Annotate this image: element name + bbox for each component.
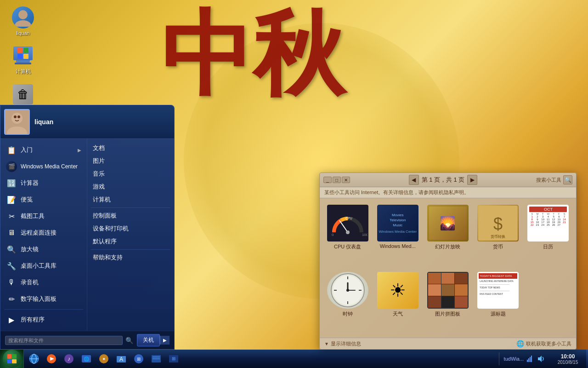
clock-time: 10:00 — [561, 353, 575, 360]
gadget-clock[interactable]: 时钟 — [324, 270, 371, 334]
computer-label: 计算机 — [16, 68, 31, 75]
slideshow-label: 幻灯片放映 — [435, 243, 460, 250]
gadgets-page-info: 第 1 页，共 1 页 — [422, 176, 465, 184]
clock-area[interactable]: 10:00 2010/8/15 — [549, 353, 586, 365]
menu-item-magnifier[interactable]: 🔍 放大镜 — [0, 241, 87, 258]
shutdown-area: 关机 ▶ — [137, 334, 170, 346]
wmc-label: Windows Med... — [380, 243, 416, 249]
taskbar-icon-4[interactable]: 🌐 — [78, 351, 95, 367]
gadgets-search-button[interactable]: 🔍 — [563, 175, 572, 184]
svg-point-24 — [346, 289, 349, 292]
menu-item-help[interactable]: 帮助和支持 — [87, 251, 174, 264]
menu-item-allprograms[interactable]: ▶ 所有程序 — [0, 311, 87, 328]
gadgets-get-more[interactable]: 🌐 联机获取更多小工具 — [516, 340, 571, 347]
windows-logo-icon — [17, 48, 28, 59]
maximize-button[interactable]: □ — [333, 177, 341, 183]
taskbar-media-icon[interactable] — [43, 351, 60, 367]
svg-point-9 — [346, 230, 350, 234]
taskbar-icon-8[interactable] — [148, 351, 164, 367]
gadgets-nav: ◀ 第 1 页，共 1 页 ▶ — [350, 175, 536, 185]
gadgets-footer: ▼ 显示详细信息 🌐 联机获取更多小工具 — [320, 338, 576, 349]
svg-text:0: 0 — [332, 233, 334, 237]
svg-rect-46 — [528, 358, 529, 362]
menu-item-devices[interactable]: 设备和打印机 — [87, 222, 174, 235]
gadget-cpu[interactable]: 0 100 CPU CPU 仪表盘 — [324, 203, 371, 266]
gadgets-grid: 0 100 CPU CPU 仪表盘 Movies Television Musi… — [320, 198, 576, 338]
gadgets-icon: 🔧 — [6, 260, 17, 271]
start-menu-avatar[interactable] — [4, 109, 30, 135]
menu-item-calculator[interactable]: 🔢 计算器 — [0, 175, 87, 191]
chevron-down-icon: ▼ — [324, 341, 329, 346]
menu-item-snip[interactable]: ✂ 截图工具 — [0, 208, 87, 224]
gadgets-info-bar: 某些小工具访问 Internet。有关详细信息，请参阅联机隐私声明。 — [320, 187, 576, 198]
menu-item-wmc[interactable]: 🎬 Windows Media Center — [0, 158, 87, 175]
notepad-icon: 📝 — [6, 194, 17, 205]
menu-item-documents[interactable]: 文档 — [87, 142, 174, 155]
menu-item-notepad[interactable]: 📝 便笺 — [0, 191, 87, 208]
start-menu-left: 📋 入门 ▶ 🎬 Windows Media Center 🔢 计算器 📝 便笺 — [0, 139, 87, 331]
menu-item-control[interactable]: 控制面板 — [87, 209, 174, 222]
taskbar-items: ♪ 🌐 ✦ A — [24, 351, 498, 367]
system-tray: tudWia... — [500, 354, 549, 363]
start-menu-header: liquan — [0, 105, 174, 139]
svg-marker-49 — [538, 356, 542, 362]
menu-item-music[interactable]: 音乐 — [87, 167, 174, 180]
gadgets-search-label: 搜索小工具 — [536, 177, 561, 184]
gadget-calendar[interactable]: OCT S M T W T F S 1 2 3 4 — [525, 203, 571, 266]
svg-text:🌐: 🌐 — [84, 356, 90, 362]
svg-text:100: 100 — [362, 233, 368, 237]
tablet-icon: ✏ — [6, 293, 17, 305]
tray-network-icon[interactable] — [526, 354, 535, 363]
globe-icon: 🌐 — [516, 340, 524, 347]
gadgets-show-details[interactable]: ▼ 显示详细信息 — [324, 340, 361, 347]
magnifier-icon: 🔍 — [6, 244, 17, 255]
next-page-button[interactable]: ▶ — [467, 175, 477, 185]
menu-item-games[interactable]: 游戏 — [87, 180, 174, 193]
menu-item-rdp[interactable]: 🖥 远程桌面连接 — [0, 224, 87, 241]
menu-item-tablet[interactable]: ✏ 数字输入面板 — [0, 291, 87, 307]
menu-item-defaults[interactable]: 默认程序 — [87, 235, 174, 248]
svg-text:✦: ✦ — [102, 356, 106, 362]
shutdown-button[interactable]: 关机 — [137, 334, 160, 346]
menu-item-recorder[interactable]: 🎙 录音机 — [0, 274, 87, 291]
minimize-button[interactable]: _ — [323, 177, 332, 183]
desktop-icon-computer[interactable]: 计算机 — [5, 42, 41, 77]
close-button[interactable]: ✕ — [342, 177, 350, 183]
desktop-icon-user[interactable]: liquan — [5, 5, 41, 38]
gadget-headlines[interactable]: TODAY'S BIGGEST DATA LAUNCHING ANYWHERE … — [475, 270, 521, 334]
taskbar-divider — [499, 352, 499, 365]
computer-icon — [12, 44, 34, 66]
taskbar-icon-5[interactable]: ✦ — [96, 351, 112, 367]
start-menu-bottom: 🔍 关机 ▶ — [0, 331, 174, 349]
start-button[interactable] — [0, 350, 24, 368]
right-separator-2 — [91, 249, 170, 250]
clock-date: 2010/8/15 — [558, 360, 578, 365]
gadget-slideshow[interactable]: 🌄 幻灯片放映 — [424, 203, 471, 266]
gadget-currency[interactable]: $ 货币转换 货币 — [475, 203, 521, 266]
svg-text:⊞: ⊞ — [172, 356, 175, 361]
menu-item-intro[interactable]: 📋 入门 ▶ — [0, 142, 87, 158]
svg-text:♪: ♪ — [68, 356, 70, 362]
menu-item-computer2[interactable]: 计算机 — [87, 193, 174, 206]
right-separator — [91, 207, 170, 208]
taskbar-icon-9[interactable]: ⊞ — [165, 351, 182, 367]
wmc-thumb: Movies Television Music Windows Media Ce… — [377, 205, 418, 242]
taskbar-ie-icon[interactable] — [26, 351, 42, 367]
menu-item-pictures[interactable]: 图片 — [87, 155, 174, 167]
gadget-puzzle[interactable]: 图片拼图板 — [424, 270, 471, 334]
currency-label: 货币 — [493, 243, 503, 250]
taskbar-icon-7[interactable]: ⊞ — [130, 351, 147, 367]
tray-volume-icon[interactable] — [537, 354, 546, 363]
start-menu-right: 文档 图片 音乐 游戏 计算机 控制面板 设备 — [87, 139, 174, 331]
menu-item-gadgets[interactable]: 🔧 桌面小工具库 — [0, 258, 87, 274]
gadget-wmc[interactable]: Movies Television Music Windows Media Ce… — [374, 203, 421, 266]
taskbar-icon-3[interactable]: ♪ — [61, 351, 77, 367]
gadget-weather[interactable]: ☀ 天气 — [374, 270, 421, 334]
prev-page-button[interactable]: ◀ — [409, 175, 419, 185]
taskbar: ♪ 🌐 ✦ A — [0, 350, 588, 368]
taskbar-icon-6[interactable]: A — [113, 351, 130, 367]
shutdown-arrow-button[interactable]: ▶ — [160, 336, 170, 345]
search-input[interactable] — [5, 336, 123, 345]
start-menu-body: 📋 入门 ▶ 🎬 Windows Media Center 🔢 计算器 📝 便笺 — [0, 139, 174, 331]
start-orb — [3, 350, 21, 368]
